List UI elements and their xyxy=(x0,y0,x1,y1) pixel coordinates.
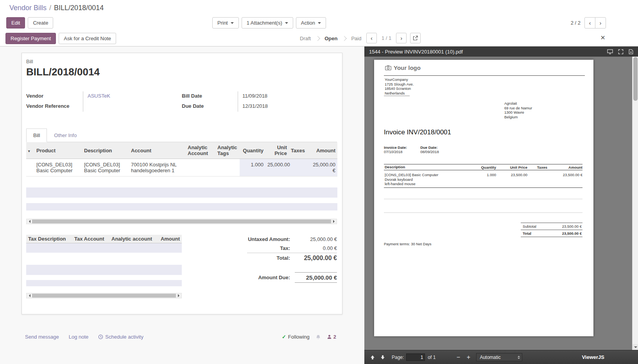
close-preview-button[interactable]: × xyxy=(600,34,605,41)
col-tax-description[interactable]: Tax Description xyxy=(26,235,72,243)
pdf-customer-street: 69 rue de Namur xyxy=(504,106,532,111)
download-button[interactable] xyxy=(629,49,633,54)
page-label: Page: xyxy=(392,355,404,360)
line-analytic-account xyxy=(186,159,215,177)
log-note-link[interactable]: Log note xyxy=(69,334,89,340)
zoom-in-button[interactable]: + xyxy=(464,353,472,361)
caret-down-icon xyxy=(285,22,288,25)
pdf-header-rule xyxy=(384,75,585,76)
fullscreen-button[interactable] xyxy=(618,49,624,54)
ask-credit-note-button[interactable]: Ask for a Credit Note xyxy=(59,33,116,44)
pager-prev-button[interactable]: ‹ xyxy=(584,17,595,29)
register-payment-button[interactable]: Register Payment xyxy=(5,33,56,44)
tab-other-info[interactable]: Other Info xyxy=(47,128,84,142)
col-analytic-account[interactable]: Analytic account xyxy=(109,235,156,243)
col-taxes[interactable]: Taxes xyxy=(289,142,308,159)
scrollbar-thumb[interactable] xyxy=(633,57,638,101)
edit-button[interactable]: Edit xyxy=(6,17,25,29)
scroll-down-button[interactable] xyxy=(633,344,638,350)
pdf-separator-line xyxy=(384,212,582,213)
col-amount[interactable]: Amount xyxy=(308,142,337,159)
col-unit-price[interactable]: Unit Price xyxy=(265,142,289,159)
status-draft[interactable]: Draft xyxy=(299,36,312,41)
pdf-invoice-date-label: Invoice Date: xyxy=(384,145,407,150)
page-down-button[interactable] xyxy=(378,353,388,362)
external-link-icon xyxy=(413,36,418,41)
chatter-right: ✓ Following 2 xyxy=(282,334,336,340)
field-vendor-value: ASUSTeK xyxy=(83,91,182,102)
create-button[interactable]: Create xyxy=(28,17,53,29)
col-product[interactable]: Product xyxy=(34,142,82,159)
pdf-table-row: [CONS_DEL03] Basic Computer Dvorak keybo… xyxy=(384,171,582,188)
tax-horizontal-scrollbar[interactable] xyxy=(26,293,182,298)
following-toggle[interactable]: ✓ Following xyxy=(282,334,310,340)
attachment-prev-button[interactable]: ‹ xyxy=(366,33,377,43)
arrow-down-icon xyxy=(380,355,385,360)
scroll-right-button[interactable] xyxy=(331,219,337,224)
viewerjs-brand[interactable]: ViewerJS xyxy=(582,354,604,360)
action-dropdown[interactable]: Action xyxy=(296,17,326,29)
print-dropdown-label: Print xyxy=(217,20,228,26)
minus-icon: − xyxy=(457,354,460,361)
field-bill-date-value: 11/09/2018 xyxy=(238,91,337,102)
vendor-link[interactable]: ASUSTeK xyxy=(88,93,110,99)
breadcrumb-link-vendor-bills[interactable]: Vendor Bills xyxy=(9,4,47,12)
pdf-customer-address: Agrolait 69 rue de Namur 1300 Wavre Belg… xyxy=(504,101,532,119)
schedule-activity-label: Schedule activity xyxy=(105,334,143,340)
lines-horizontal-scrollbar[interactable] xyxy=(26,219,337,224)
col-account[interactable]: Account xyxy=(129,142,186,159)
zoom-out-button[interactable]: − xyxy=(454,353,462,361)
empty-row xyxy=(26,280,182,286)
invoice-lines-table: ▾ Product Description Account Analytic A… xyxy=(26,142,337,211)
col-amount[interactable]: Amount xyxy=(156,235,182,243)
status-paid[interactable]: Paid xyxy=(350,36,362,41)
pdf-col-taxes: Taxes xyxy=(527,165,547,170)
open-external-button[interactable] xyxy=(410,33,421,43)
scroll-left-button[interactable] xyxy=(27,219,32,224)
pdf-line-desc-1: [CONS_DEL03] Basic Computer xyxy=(385,173,473,177)
untaxed-amount-value: 25,000.00 € xyxy=(295,236,337,242)
scroll-left-button[interactable] xyxy=(27,293,32,298)
pdf-company-street: 1725 Slough Ave. xyxy=(385,82,414,87)
select-arrows-icon xyxy=(518,355,520,360)
pdf-payment-terms: Payment terms: 30 Net Days xyxy=(384,242,431,246)
page-input[interactable] xyxy=(406,353,425,361)
record-pager: 2 / 2 ‹ › xyxy=(571,17,606,29)
bell-icon[interactable] xyxy=(315,334,321,340)
scroll-right-button[interactable] xyxy=(176,293,181,298)
pager-next-button[interactable]: › xyxy=(595,17,606,29)
field-vendor-label: Vendor xyxy=(26,91,83,102)
invoice-line-row[interactable]: [CONS_DEL03] Basic Computer [CONS_DEL03]… xyxy=(26,159,337,177)
scroll-thumb[interactable] xyxy=(32,219,331,223)
zoom-select[interactable]: Automatic xyxy=(476,353,522,361)
empty-row xyxy=(26,243,182,253)
page-up-button[interactable] xyxy=(367,353,378,362)
scroll-thumb[interactable] xyxy=(32,294,176,298)
chevron-right-icon: › xyxy=(600,20,602,26)
preview-scrollbar[interactable] xyxy=(632,57,638,350)
attachment-next-button[interactable]: › xyxy=(396,33,407,43)
col-analytic-tags[interactable]: Analytic Tags xyxy=(215,142,240,159)
tab-bill[interactable]: Bill xyxy=(26,128,47,142)
presentation-mode-button[interactable] xyxy=(607,49,613,54)
status-arrow-icon xyxy=(342,36,347,41)
col-description[interactable]: Description xyxy=(82,142,129,159)
form-view: Bill BILL/2018/0014 Vendor ASUSTeK Vendo… xyxy=(0,46,364,364)
schedule-activity-link[interactable]: Schedule activity xyxy=(98,334,143,340)
toggle-columns-button[interactable]: ▾ xyxy=(26,142,34,159)
col-quantity[interactable]: Quantity xyxy=(240,142,265,159)
status-open[interactable]: Open xyxy=(324,36,338,41)
pdf-customer-city: 1300 Wavre xyxy=(504,110,532,115)
pdf-company-name: YourCompany xyxy=(385,77,414,82)
chevron-left-icon: ‹ xyxy=(589,20,591,26)
print-dropdown[interactable]: Print xyxy=(212,17,239,29)
col-tax-account[interactable]: Tax Account xyxy=(72,235,109,243)
attachments-dropdown[interactable]: 1 Attachment(s) xyxy=(242,17,293,29)
followers-button[interactable]: 2 xyxy=(327,334,336,340)
send-message-link[interactable]: Send message xyxy=(25,334,59,340)
col-analytic-account[interactable]: Analytic Account xyxy=(186,142,215,159)
field-bill-date-label: Bill Date xyxy=(182,91,238,102)
pdf-line-desc-2: Dvorak keyboard xyxy=(385,177,473,182)
tax-section: Tax Description Tax Account Analytic acc… xyxy=(26,235,182,299)
statusbar: Draft Open Paid xyxy=(299,30,362,46)
